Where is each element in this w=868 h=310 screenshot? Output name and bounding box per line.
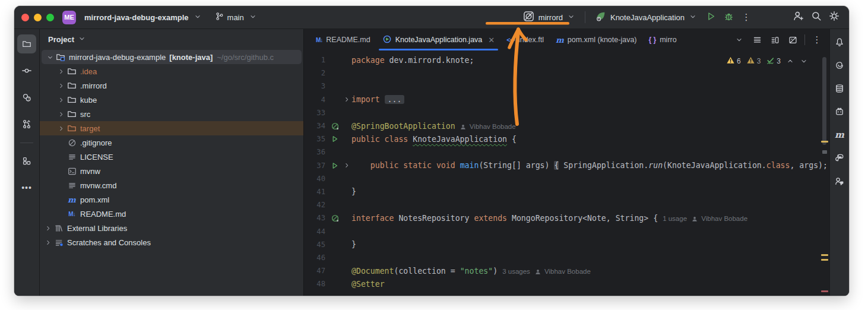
tree-item-external-libraries[interactable]: External Libraries (40, 221, 303, 235)
tool-window-button-pull-requests[interactable]: ? (17, 88, 36, 107)
code-line-48[interactable]: 48@Setter (304, 277, 829, 290)
typo-check-icon (766, 56, 775, 67)
tree-chevron-icon[interactable] (45, 53, 55, 61)
code-line-2[interactable]: 2 (304, 67, 829, 80)
code-line-42[interactable]: 42 (304, 198, 829, 211)
stripe-error-mark[interactable] (821, 290, 828, 292)
folder-icon (66, 109, 77, 119)
zoom-window-button[interactable] (46, 14, 54, 21)
tree-chevron-icon[interactable] (56, 82, 66, 90)
tree-item--idea[interactable]: .idea (40, 64, 303, 78)
tree-item-readme-md[interactable]: M↓README.md (40, 207, 303, 221)
run-button[interactable] (702, 9, 720, 26)
tool-window-button-chat[interactable] (832, 173, 847, 189)
stripe-warning-mark[interactable] (821, 254, 828, 256)
stripe-warning-mark[interactable] (821, 141, 828, 143)
tool-window-button-version-control[interactable] (17, 115, 36, 134)
tree-chevron-icon[interactable] (56, 96, 66, 104)
spring-gutter-icon[interactable] (328, 122, 342, 131)
tool-window-button-python-packages[interactable] (832, 150, 847, 166)
code-line-46[interactable]: 46 (304, 251, 829, 264)
spring-gutter-icon[interactable] (328, 214, 342, 223)
tree-item-mirrord-java-debug-example[interactable]: mirrord-java-debug-example[knote-java]~/… (42, 50, 302, 64)
editor-scrollbar[interactable] (822, 57, 826, 145)
run-configuration-selector[interactable]: KnoteJavaApplication (590, 8, 702, 26)
code-line-44[interactable]: 44 (304, 224, 829, 238)
tool-window-button-maven[interactable]: m (832, 127, 847, 143)
run-gutter-icon[interactable] (328, 135, 342, 143)
code-with-me-button[interactable] (790, 9, 807, 26)
code-line-45[interactable]: 45} (304, 238, 829, 251)
tool-window-button-ai-assistant[interactable] (832, 58, 847, 73)
tree-chevron-icon[interactable] (56, 125, 66, 132)
hidden-tabs-dropdown-button[interactable] (731, 32, 747, 48)
line-number: 48 (304, 280, 325, 288)
tree-item-license[interactable]: LICENSE (40, 150, 303, 164)
tool-window-button-notifications[interactable] (832, 34, 847, 50)
code-line-36[interactable]: 36 (304, 145, 829, 159)
code-editor[interactable]: 6 3 3 1package dev.mirrord.knote;234impo… (304, 50, 829, 296)
left-tool-window-strip: ?••• (14, 29, 40, 296)
tool-window-button-structure[interactable] (17, 151, 36, 170)
tree-chevron-icon[interactable] (43, 239, 53, 246)
tree-item-mvnw[interactable]: mvnw (40, 164, 303, 178)
close-tab-icon[interactable]: ✕ (488, 36, 495, 45)
more-options-button[interactable]: ⋮ (809, 32, 825, 48)
stripe-fold-mark[interactable] (822, 150, 827, 154)
tool-window-button-database[interactable] (832, 81, 847, 96)
code-line-35[interactable]: 35public class KnoteJavaApplication { (304, 132, 829, 145)
more-actions-button[interactable]: ⋮ (737, 9, 755, 26)
next-problem-button[interactable] (800, 57, 808, 65)
fold-chevron-icon[interactable] (342, 96, 351, 103)
fold-chevron-icon[interactable] (342, 162, 351, 169)
branch-switcher[interactable]: main (211, 10, 261, 25)
folder-icon (66, 67, 77, 76)
line-number: 33 (304, 109, 325, 117)
minimize-window-button[interactable] (34, 14, 42, 21)
debug-button[interactable] (720, 9, 737, 26)
editor-tab-pom-xml-knote-java-[interactable]: mpom.xml (knote-java) (550, 29, 642, 50)
code-line-3[interactable]: 3 (304, 80, 829, 93)
code-line-43[interactable]: 43interface NotesRepository extends Mong… (304, 211, 829, 224)
code-line-40[interactable]: 40 (304, 172, 829, 185)
preview-button[interactable] (785, 32, 800, 48)
editor-tab-mirro[interactable]: { }mirro (643, 29, 683, 50)
editor-tab-knotejavaapplication-java[interactable]: KnoteJavaApplication.java✕ (376, 29, 501, 50)
tree-item-scratches-and-consoles[interactable]: Scratches and Consoles (40, 235, 303, 249)
ignored-icon (66, 138, 77, 147)
tool-window-button-commit[interactable] (17, 61, 36, 80)
tree-chevron-icon[interactable] (56, 68, 66, 75)
tree-chevron-icon[interactable] (56, 110, 66, 118)
tree-item--mirrord[interactable]: .mirrord (40, 78, 303, 93)
mirrord-widget[interactable]: mirrord (518, 8, 580, 26)
tree-item-kube[interactable]: kube (40, 93, 303, 107)
tree-item-src[interactable]: src (40, 107, 303, 121)
tool-window-button-more-tool-windows[interactable]: ••• (17, 178, 36, 197)
settings-button[interactable] (825, 9, 843, 26)
search-everywhere-button[interactable] (807, 9, 825, 26)
project-switcher[interactable]: mirrord-java-debug-example (81, 10, 205, 25)
tree-item--gitignore[interactable]: .gitignore (40, 135, 303, 150)
code-line-33[interactable]: 33 (304, 106, 829, 119)
tab-list-button[interactable] (749, 32, 765, 48)
tree-item-pom-xml[interactable]: mpom.xml (40, 192, 303, 207)
run-gutter-icon[interactable] (328, 162, 342, 170)
code-line-47[interactable]: 47@Document(collection = "notes")3 usage… (304, 264, 829, 277)
tree-item-target[interactable]: target (40, 121, 303, 135)
tool-window-button-project[interactable] (17, 34, 36, 53)
code-line-37[interactable]: 37 public static void main(String[] args… (304, 159, 829, 172)
close-window-button[interactable] (21, 14, 29, 21)
tool-window-button-robot-assistant[interactable] (832, 104, 847, 119)
code-line-4[interactable]: 4import ... (304, 93, 829, 106)
tree-item-mvnw-cmd[interactable]: mvnw.cmd (40, 178, 303, 192)
project-panel-header[interactable]: Project (40, 29, 303, 50)
editor-tab-index-ftl[interactable]: <•>index.ftl (500, 29, 550, 50)
stripe-warning-mark[interactable] (821, 259, 828, 261)
editor-tab-readme-md[interactable]: M↓README.md (310, 29, 376, 50)
tree-chevron-icon[interactable] (43, 224, 53, 232)
inspections-widget[interactable]: 6 3 3 (726, 56, 808, 67)
code-line-41[interactable]: 41} (304, 185, 829, 198)
code-line-34[interactable]: 34@SpringBootApplication Vibhav Bobade (304, 119, 829, 132)
previous-problem-button[interactable] (786, 57, 794, 65)
split-editor-button[interactable] (767, 32, 783, 48)
